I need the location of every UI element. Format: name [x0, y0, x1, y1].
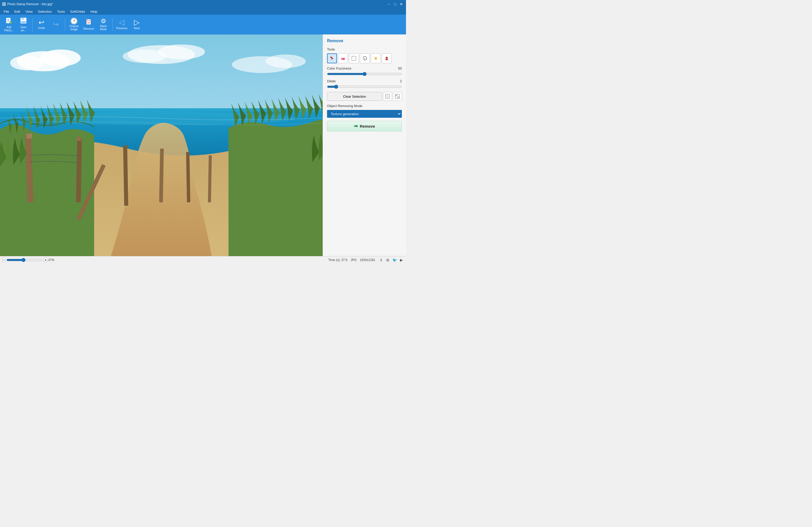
zoom-controls: − + 47% — [2, 258, 57, 262]
redo-button[interactable]: ↪ — [49, 16, 63, 33]
svg-rect-49 — [395, 94, 397, 97]
menu-tools[interactable]: Tools — [55, 9, 68, 14]
add-files-button[interactable]: + AddFile(s)... — [2, 16, 16, 33]
svg-rect-41 — [352, 56, 356, 60]
remove-button[interactable]: ➡ Remove — [327, 121, 402, 131]
menu-selection[interactable]: Selection — [35, 9, 54, 14]
stamp-tool-button[interactable] — [382, 54, 392, 63]
tools-row — [327, 54, 402, 63]
title-bar-controls: − □ ✕ — [386, 2, 404, 7]
panel-title: Remove — [327, 39, 402, 43]
original-image-button[interactable]: 🕐 OriginalImage — [67, 16, 81, 33]
add-files-icon: + — [5, 17, 13, 25]
save-as-button[interactable]: Saveas... — [17, 16, 30, 33]
toolbar: + AddFile(s)... Saveas... ↩ Undo ↪ 🕐 Ori… — [0, 15, 406, 34]
right-panel: Remove Tools — [323, 34, 406, 256]
remove-button-label: Remove — [360, 124, 375, 129]
mode-dropdown[interactable]: Texture generation Content-aware fill Sm… — [327, 110, 402, 118]
menu-view[interactable]: View — [23, 9, 35, 14]
menu-softorbits[interactable]: SoftOrbits — [68, 9, 88, 14]
magic-wand-button[interactable] — [371, 54, 381, 63]
zoom-in-button[interactable]: + — [44, 258, 47, 262]
svg-rect-37 — [330, 56, 333, 59]
color-fuzziness-label: Color Fuzziness — [327, 67, 351, 70]
twitter-icon[interactable]: 🐦 — [392, 258, 397, 263]
zoom-slider[interactable] — [6, 258, 43, 262]
dilate-section: Dilate 2 — [327, 79, 402, 89]
menu-edit[interactable]: Edit — [12, 9, 23, 14]
remove-label: Remove — [83, 27, 94, 30]
save-icon — [20, 17, 27, 25]
mode-dropdown-row: Texture generation Content-aware fill Sm… — [327, 110, 402, 118]
invert-selection-button[interactable] — [393, 92, 402, 101]
tools-label: Tools — [327, 47, 402, 51]
title-bar: 🖼 Photo Stamp Remover - thin.jpg* − □ ✕ — [0, 0, 406, 8]
maximize-button[interactable]: □ — [392, 2, 398, 7]
undo-icon: ↩ — [39, 19, 44, 26]
svg-marker-38 — [330, 59, 332, 60]
info-icon[interactable]: ℹ — [378, 258, 383, 263]
grid-icon[interactable]: ⊞ — [385, 258, 390, 263]
menu-file[interactable]: File — [1, 9, 12, 14]
svg-rect-47 — [386, 95, 389, 98]
undo-button[interactable]: ↩ Undo — [35, 16, 48, 33]
undo-label: Undo — [38, 26, 45, 30]
color-fuzziness-section: Color Fuzziness 50 — [327, 67, 402, 76]
next-button[interactable]: ▷ Next — [130, 16, 144, 33]
svg-rect-50 — [397, 97, 400, 99]
svg-rect-9 — [23, 18, 24, 19]
app-icon: 🖼 — [2, 2, 6, 6]
eraser-tool-button[interactable] — [338, 54, 348, 63]
minimize-button[interactable]: − — [386, 2, 391, 7]
svg-rect-45 — [386, 59, 388, 59]
menu-help[interactable]: Help — [88, 9, 100, 14]
redo-icon: ↪ — [53, 21, 59, 28]
svg-point-24 — [265, 55, 306, 68]
svg-rect-10 — [87, 19, 91, 25]
next-label: Next — [134, 27, 140, 30]
menu-bar: File Edit View Selection Tools SoftOrbit… — [0, 8, 406, 15]
brush-tool-button[interactable] — [327, 54, 337, 63]
select-all-button[interactable] — [383, 92, 392, 101]
color-fuzziness-header: Color Fuzziness 50 — [327, 67, 402, 70]
tools-section: Tools — [327, 47, 402, 63]
play-icon[interactable]: ▶ — [399, 258, 404, 263]
dilate-label: Dilate — [327, 79, 336, 83]
svg-rect-40 — [341, 58, 343, 60]
close-button[interactable]: ✕ — [399, 2, 404, 7]
svg-rect-29 — [26, 133, 32, 138]
previous-icon: ◁ — [119, 19, 125, 26]
svg-text:+: + — [10, 21, 12, 24]
previous-label: Previous — [116, 27, 127, 30]
canvas-area[interactable] — [0, 34, 323, 256]
format-display: JPG — [350, 258, 357, 262]
next-icon: ▷ — [134, 19, 140, 26]
title-bar-left: 🖼 Photo Stamp Remover - thin.jpg* — [2, 2, 53, 6]
clear-selection-button[interactable]: Clear Selection — [327, 92, 382, 101]
dilate-value: 2 — [394, 79, 402, 83]
lasso-tool-button[interactable] — [360, 54, 370, 63]
batch-mode-button[interactable]: ⚙ BatchMode — [97, 16, 110, 33]
svg-point-18 — [40, 49, 81, 66]
zoom-out-button[interactable]: − — [2, 258, 5, 262]
canvas-image — [0, 34, 323, 256]
rect-select-button[interactable] — [349, 54, 359, 63]
svg-marker-42 — [374, 56, 378, 60]
dimensions-display: 1920x1281 — [360, 258, 375, 262]
svg-rect-8 — [21, 21, 26, 23]
remove-arrow-icon: ➡ — [354, 123, 358, 129]
remove-icon — [85, 18, 92, 27]
dilate-slider[interactable] — [327, 85, 402, 89]
object-removing-mode-label: Object Removing Mode — [327, 104, 402, 108]
svg-rect-31 — [77, 137, 81, 141]
svg-point-19 — [10, 56, 44, 70]
status-icons: ℹ ⊞ 🐦 ▶ — [378, 258, 404, 263]
remove-toolbar-button[interactable]: Remove — [82, 16, 96, 33]
original-image-icon: 🕐 — [70, 18, 78, 24]
object-removing-mode-section: Object Removing Mode Texture generation … — [327, 104, 402, 118]
original-image-label: OriginalImage — [70, 25, 78, 31]
time-display: Time (s): 37.6 — [328, 258, 348, 262]
color-fuzziness-value: 50 — [394, 67, 402, 70]
color-fuzziness-slider[interactable] — [327, 72, 402, 76]
previous-button[interactable]: ◁ Previous — [115, 16, 129, 33]
